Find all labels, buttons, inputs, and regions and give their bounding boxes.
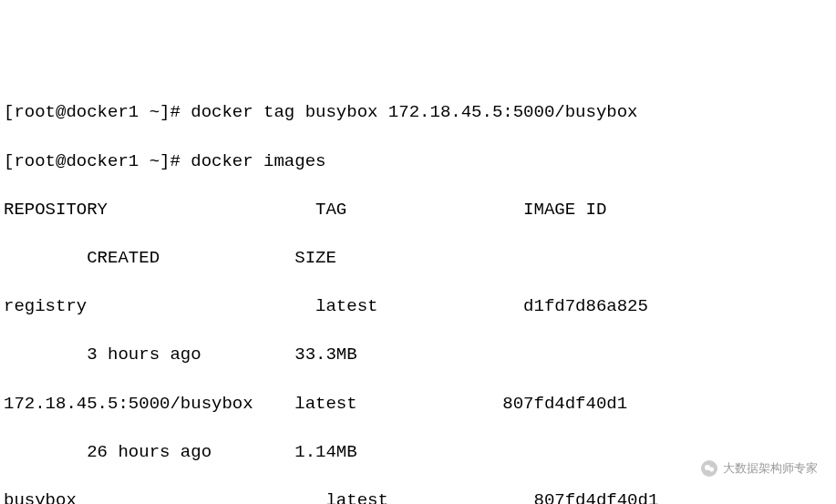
terminal-line-header: REPOSITORY TAG IMAGE ID <box>4 198 832 222</box>
terminal-line-output: registry latest d1fd7d86a825 <box>4 294 832 319</box>
watermark: 大数据架构师专家 <box>697 458 821 478</box>
terminal-line-header: CREATED SIZE <box>4 246 832 271</box>
terminal-line-output: 172.18.45.5:5000/busybox latest 807fd4df… <box>4 392 832 417</box>
terminal-line-output: 3 hours ago 33.3MB <box>4 343 832 367</box>
watermark-text: 大数据架构师专家 <box>723 460 818 477</box>
terminal-line-command: [root@docker1 ~]# docker images <box>4 149 832 174</box>
terminal-line-output: busybox latest 807fd4df40d1 <box>4 489 832 504</box>
terminal-line-command: [root@docker1 ~]# docker tag busybox 172… <box>4 100 832 125</box>
wechat-icon <box>701 460 717 477</box>
svg-point-1 <box>709 467 714 471</box>
